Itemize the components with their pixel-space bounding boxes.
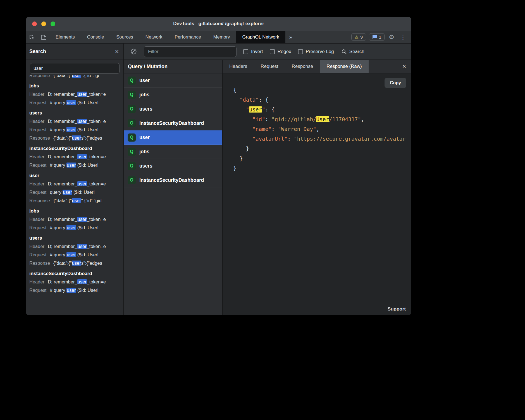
result-line-label: Response bbox=[29, 198, 50, 203]
device-toolbar-icon[interactable] bbox=[38, 31, 49, 43]
result-line-label: Header bbox=[29, 244, 44, 249]
regex-checkbox[interactable]: Regex bbox=[270, 49, 291, 54]
result-line-label: Response bbox=[29, 261, 50, 266]
invert-checkbox[interactable]: Invert bbox=[243, 49, 263, 54]
result-line-label: Header bbox=[29, 92, 44, 97]
json-token: { bbox=[233, 87, 236, 93]
minimize-window-button[interactable] bbox=[41, 22, 46, 26]
search-result-line[interactable]: HeaderD; remember_user_token=e bbox=[29, 152, 123, 161]
json-token: "data" bbox=[240, 97, 259, 103]
search-match-highlight: user bbox=[72, 135, 81, 140]
search-result-line[interactable]: HeaderD; remember_user_token=e bbox=[29, 117, 123, 125]
search-panel: Search ✕ Response{"data":{"user":{"id":"… bbox=[26, 44, 124, 315]
tab-elements[interactable]: Elements bbox=[49, 31, 81, 43]
json-token: : bbox=[271, 126, 278, 132]
query-list-item[interactable]: Qjobs bbox=[124, 145, 222, 159]
search-result-group-title[interactable]: jobs bbox=[29, 82, 123, 90]
search-result-line[interactable]: Requestquery user ($id: UserI bbox=[29, 188, 123, 196]
tab-memory[interactable]: Memory bbox=[207, 31, 236, 43]
result-text: ":{"id":"gi bbox=[81, 75, 99, 78]
copy-button[interactable]: Copy bbox=[385, 78, 406, 88]
settings-gear-icon[interactable]: ⚙ bbox=[387, 34, 396, 40]
query-list-item[interactable]: Qjobs bbox=[124, 88, 222, 102]
result-text: ":{"id":"gid bbox=[81, 198, 102, 203]
search-result-line[interactable]: HeaderD; remember_user_token=e bbox=[29, 90, 123, 98]
tab-network[interactable]: Network bbox=[139, 31, 169, 43]
result-text: # query bbox=[50, 225, 66, 230]
zoom-window-button[interactable] bbox=[51, 22, 55, 26]
tab-graphql-network[interactable]: GraphQL Network bbox=[236, 31, 285, 43]
query-label: user bbox=[139, 78, 150, 83]
query-list-item[interactable]: Quser bbox=[124, 73, 222, 88]
search-result-line[interactable]: Response{"data":{"users":{"edges bbox=[29, 259, 123, 267]
search-result-group-title[interactable]: users bbox=[29, 234, 123, 242]
search-result-line[interactable]: Request# query user ($id: UserI bbox=[29, 125, 123, 134]
search-match-highlight: user bbox=[66, 163, 76, 168]
clear-requests-button[interactable] bbox=[130, 48, 137, 55]
tab-console[interactable]: Console bbox=[81, 31, 110, 43]
query-label: users bbox=[139, 106, 152, 112]
json-token: : bbox=[265, 116, 271, 122]
warning-icon: ⚠ bbox=[355, 35, 358, 39]
detail-tabs-row: HeadersRequestResponseResponse (Raw) ✕ bbox=[223, 60, 411, 73]
detail-tab-response[interactable]: Response bbox=[285, 60, 320, 73]
inspect-element-icon[interactable] bbox=[26, 31, 38, 43]
messages-badge[interactable]: 1 bbox=[369, 33, 385, 41]
search-panel-title: Search bbox=[29, 49, 46, 54]
close-search-panel-icon[interactable]: ✕ bbox=[115, 49, 119, 55]
json-line: "avatarUrl": "https://secure.gravatar.co… bbox=[233, 134, 411, 144]
search-result-line[interactable]: Request# query user ($id: UserI bbox=[29, 98, 123, 107]
query-list-item[interactable]: QinstanceSecurityDashboard bbox=[124, 116, 222, 130]
search-result-line[interactable]: Request# query user ($id: UserI bbox=[29, 161, 123, 169]
detail-tab-request[interactable]: Request bbox=[254, 60, 285, 73]
search-result-line[interactable]: HeaderD; remember_user_token=e bbox=[29, 242, 123, 250]
tab-sources[interactable]: Sources bbox=[110, 31, 139, 43]
query-list-item[interactable]: Qusers bbox=[124, 102, 222, 116]
support-link[interactable]: Support bbox=[388, 306, 406, 312]
query-list-item-selected[interactable]: Quser bbox=[124, 130, 222, 145]
query-badge-icon: Q bbox=[128, 77, 136, 85]
messages-count: 1 bbox=[379, 35, 381, 39]
search-result-group-title[interactable]: user bbox=[29, 172, 123, 180]
search-result-line[interactable]: Response{"data":{"user":{"id":"gid bbox=[29, 196, 123, 205]
warnings-badge[interactable]: ⚠ 9 bbox=[351, 33, 366, 41]
result-line-label: Request bbox=[29, 252, 46, 257]
detail-panel: HeadersRequestResponseResponse (Raw) ✕ C… bbox=[223, 60, 411, 315]
checkbox-icon bbox=[298, 49, 303, 54]
search-match-highlight-yellow: user bbox=[249, 106, 262, 113]
json-token: "name" bbox=[252, 126, 272, 132]
search-result-line[interactable]: Response{"data":{"user":{"id":"gi bbox=[29, 75, 123, 80]
invert-label: Invert bbox=[251, 49, 263, 54]
search-result-group-title[interactable]: instanceSecurityDashboard bbox=[29, 270, 123, 278]
detail-tab-response-raw[interactable]: Response (Raw) bbox=[320, 60, 369, 73]
search-result-line[interactable]: Request# query user ($id: UserI bbox=[29, 223, 123, 232]
search-result-line[interactable]: Response{"data":{"users":{"edges bbox=[29, 134, 123, 142]
more-tabs-button[interactable]: » bbox=[285, 31, 296, 43]
result-text: _token=e bbox=[87, 244, 106, 249]
search-result-line[interactable]: HeaderD; remember_user_token=e bbox=[29, 215, 123, 223]
search-result-group-title[interactable]: jobs bbox=[29, 207, 123, 215]
query-list-item[interactable]: Qusers bbox=[124, 159, 222, 173]
close-detail-panel-icon[interactable]: ✕ bbox=[397, 60, 411, 73]
network-main-row: Query / Mutation QuserQjobsQusersQinstan… bbox=[124, 60, 411, 315]
preserve-log-checkbox[interactable]: Preserve Log bbox=[298, 49, 334, 54]
close-window-button[interactable] bbox=[32, 22, 37, 26]
devtools-tabs: ElementsConsoleSourcesNetworkPerformance… bbox=[49, 31, 285, 43]
query-list-item[interactable]: QinstanceSecurityDashboard bbox=[124, 173, 222, 187]
search-result-group-title[interactable]: users bbox=[29, 109, 123, 117]
more-options-kebab-icon[interactable]: ⋮ bbox=[398, 34, 407, 40]
search-input[interactable] bbox=[30, 63, 120, 74]
search-result-line[interactable]: HeaderD; remember_user_token=e bbox=[29, 278, 123, 286]
tab-performance[interactable]: Performance bbox=[168, 31, 207, 43]
result-text: _token=e bbox=[87, 154, 106, 159]
search-result-line[interactable]: Request# query user ($id: UserI bbox=[29, 286, 123, 294]
search-icon bbox=[341, 49, 347, 54]
result-text: _token=e bbox=[87, 181, 106, 186]
filter-input[interactable] bbox=[144, 46, 237, 57]
search-result-line[interactable]: HeaderD; remember_user_token=e bbox=[29, 180, 123, 188]
toolbar-search-button[interactable]: Search bbox=[341, 49, 364, 54]
search-result-line[interactable]: Request# query user ($id: UserI bbox=[29, 250, 123, 259]
detail-tab-headers[interactable]: Headers bbox=[223, 60, 254, 73]
result-line-label: Request bbox=[29, 190, 46, 195]
search-result-group-title[interactable]: instanceSecurityDashboard bbox=[29, 145, 123, 152]
